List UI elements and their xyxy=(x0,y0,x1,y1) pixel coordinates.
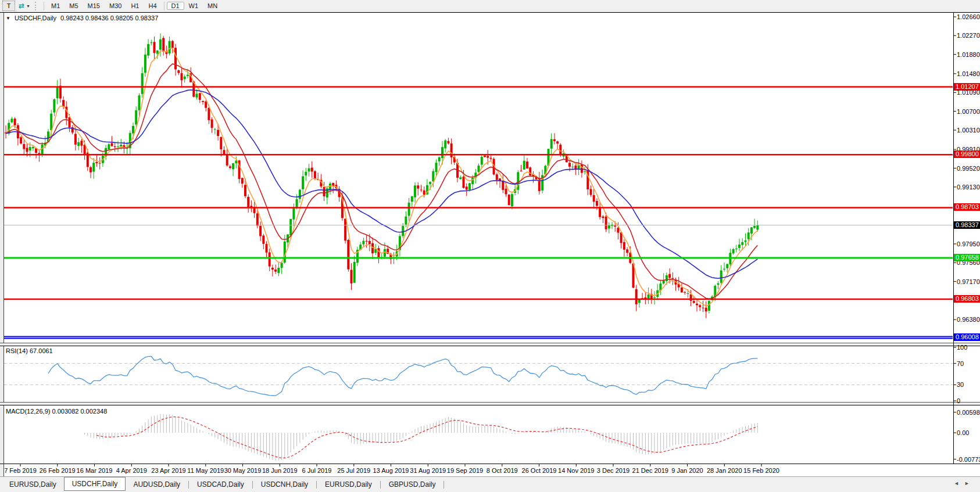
tab-eurusd-daily-5[interactable]: EURUSD,Daily xyxy=(317,479,380,490)
mt4-window: T ⇄ ▼ M1M5M15M30H1H4D1W1MN ▼ USDCHF,Dail… xyxy=(0,0,980,492)
date-tick-label: 4 Apr 2019 xyxy=(116,467,147,474)
rsi-scale-label: 70 xyxy=(957,360,964,367)
collapse-icon[interactable]: ▼ xyxy=(6,16,10,21)
rsi-scale-label: 30 xyxy=(957,381,964,388)
tab-usdchf-daily-1[interactable]: USDCHF,Daily xyxy=(64,477,126,491)
tab-separator xyxy=(188,481,189,489)
toolbar-separator xyxy=(44,2,44,10)
timeframe-mn[interactable]: MN xyxy=(203,2,222,10)
hline-price-badge: 0.98703 xyxy=(954,203,980,211)
timeframe-m15[interactable]: M15 xyxy=(83,2,105,10)
scroll-right-icon[interactable]: ► xyxy=(964,480,970,486)
tab-separator xyxy=(380,481,381,489)
macd-scale-label: 0.005986 xyxy=(957,409,980,416)
rsi-value: 67.0061 xyxy=(30,347,53,354)
hline-price-badge: 0.96803 xyxy=(954,295,980,303)
tab-gbpusd-daily-6[interactable]: GBPUSD,Daily xyxy=(381,479,443,490)
candles-layer xyxy=(5,33,759,318)
arrows-icon: ⇄ xyxy=(19,2,24,10)
tab-eurusd-daily-0[interactable]: EURUSD,Daily xyxy=(2,479,64,490)
date-tick-label: 31 Aug 2019 xyxy=(410,467,446,474)
date-axis-ticks xyxy=(20,464,761,466)
timeframe-m5[interactable]: M5 xyxy=(65,2,83,10)
scroll-left-icon[interactable]: ◄ xyxy=(954,480,959,486)
hline-price-badge: 0.99800 xyxy=(954,150,980,158)
medium-ma-line xyxy=(6,64,757,299)
price-tick-label: 1.02660 xyxy=(957,13,980,20)
date-tick-label: 7 Feb 2019 xyxy=(4,467,37,474)
price-tick-label: 0.96380 xyxy=(957,316,980,323)
price-tick-label: 1.02270 xyxy=(957,32,980,39)
timeframe-w1[interactable]: W1 xyxy=(184,2,203,10)
timeframe-h1[interactable]: H1 xyxy=(126,2,144,10)
price-tick-label: 0.97170 xyxy=(957,278,980,285)
chevron-down-icon[interactable]: ▼ xyxy=(26,4,30,8)
tab-usdcnh-daily-4[interactable]: USDCNH,Daily xyxy=(253,479,316,490)
tabs: EURUSD,DailyUSDCHF,DailyAUDUSD,DailyUSDC… xyxy=(2,479,445,491)
rsi-line xyxy=(48,357,757,396)
date-tick-label: 26 Oct 2019 xyxy=(522,467,557,474)
toolbar: T ⇄ ▼ M1M5M15M30H1H4D1W1MN xyxy=(0,0,980,12)
current-price-badge: 0.98337 xyxy=(954,221,980,229)
tab-audusd-daily-2[interactable]: AUDUSD,Daily xyxy=(126,479,188,490)
date-tick-label: 23 Apr 2019 xyxy=(151,467,185,474)
toolbar-grip[interactable] xyxy=(35,2,38,10)
date-tick-label: 21 Dec 2019 xyxy=(632,467,668,474)
macd-scale-label: -0.007737 xyxy=(957,456,980,463)
timeframe-d1[interactable]: D1 xyxy=(167,2,184,10)
date-tick-label: 16 Mar 2019 xyxy=(77,467,113,474)
date-tick-label: 18 Jun 2019 xyxy=(262,467,298,474)
chart-canvas[interactable] xyxy=(0,0,980,492)
chart-title: ▼ USDCHF,Daily 0.98243 0.98436 0.98205 0… xyxy=(6,15,158,21)
slow-ma-line xyxy=(6,90,757,279)
macd-scale-label: 0.00 xyxy=(957,429,969,436)
date-tick-label: 9 Jan 2020 xyxy=(671,467,703,474)
date-tick-label: 3 Dec 2019 xyxy=(597,467,630,474)
macd-name: MACD(12,26,9) xyxy=(6,408,50,415)
date-tick-label: 14 Nov 2019 xyxy=(558,467,594,474)
date-tick-label: 8 Oct 2019 xyxy=(487,467,518,474)
timeframe-buttons: M1M5M15M30H1H4D1W1MN xyxy=(47,2,222,10)
macd-values: 0.003082 0.002348 xyxy=(52,408,107,415)
date-tick-label: 15 Feb 2020 xyxy=(743,467,779,474)
timeframe-m30[interactable]: M30 xyxy=(105,2,126,10)
rsi-layer xyxy=(4,347,956,401)
timeframe-h4[interactable]: H4 xyxy=(144,2,161,10)
macd-layer xyxy=(85,412,956,461)
date-tick-label: 25 Jul 2019 xyxy=(337,467,370,474)
cursor-tool-button[interactable]: ⇄ ▼ xyxy=(19,2,30,10)
price-tick-label: 1.00700 xyxy=(957,108,980,115)
price-tick-label: 1.01880 xyxy=(957,51,980,58)
macd-signal-line xyxy=(96,417,757,458)
ohlc-values: 0.98243 0.98436 0.98205 0.98337 xyxy=(60,15,158,21)
tab-separator xyxy=(252,481,253,489)
symbol-title: USDCHF,Daily xyxy=(15,15,56,21)
tab-separator xyxy=(443,481,444,489)
tab-scroll-arrows: ◄► xyxy=(954,480,975,486)
price-tick-label: 0.99130 xyxy=(957,184,980,191)
date-tick-label: 19 Sep 2019 xyxy=(447,467,483,474)
date-tick-label: 26 Feb 2019 xyxy=(40,467,76,474)
hlines-layer xyxy=(4,87,953,337)
tab-usdcad-daily-3[interactable]: USDCAD,Daily xyxy=(189,479,252,490)
price-tick-label: 0.97950 xyxy=(957,240,980,247)
tab-bar: EURUSD,DailyUSDCHF,DailyAUDUSD,DailyUSDC… xyxy=(0,476,980,492)
window-left-edge xyxy=(0,12,4,476)
date-tick-label: 6 Jul 2019 xyxy=(302,467,332,474)
price-tick-label: 1.01480 xyxy=(957,70,980,77)
toolbar-separator xyxy=(164,2,164,10)
price-tick-label: 0.99520 xyxy=(957,165,980,172)
date-tick-label: 30 May 2019 xyxy=(224,467,262,474)
hline-price-badge: 0.96008 xyxy=(954,333,980,341)
date-tick-label: 13 Aug 2019 xyxy=(373,467,409,474)
text-tool-button[interactable]: T xyxy=(2,1,15,11)
tab-separator xyxy=(316,481,317,489)
hline-price-badge: 0.97658 xyxy=(954,254,980,261)
price-tick-label: 1.00310 xyxy=(957,127,980,134)
timeframe-m1[interactable]: M1 xyxy=(47,2,65,10)
date-tick-label: 28 Jan 2020 xyxy=(707,467,742,474)
date-tick-label: 11 May 2019 xyxy=(187,467,224,474)
rsi-scale-label: 0 xyxy=(957,397,960,404)
rsi-scale-label: 100 xyxy=(957,344,967,351)
rsi-label: RSI(14) 67.0061 xyxy=(6,347,53,354)
